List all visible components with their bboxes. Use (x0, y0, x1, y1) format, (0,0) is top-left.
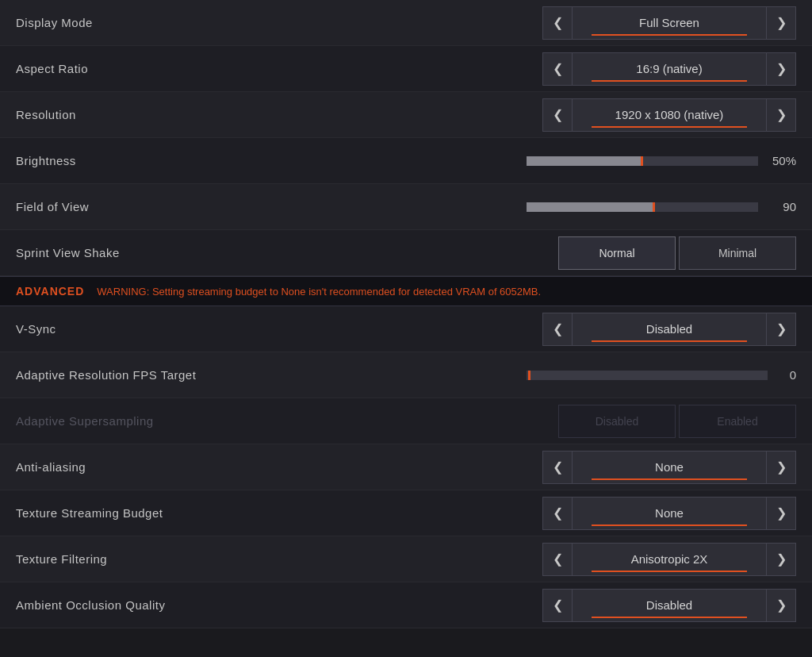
brightness-row: Brightness 50% (0, 138, 812, 184)
resolution-row: Resolution ❮ 1920 x 1080 (native) ❯ (0, 92, 812, 138)
vsync-row: V-Sync ❮ Disabled ❯ (0, 306, 812, 352)
ambient-occlusion-underline (592, 617, 746, 618)
anti-aliasing-next[interactable]: ❯ (766, 451, 796, 484)
brightness-fill (527, 156, 642, 166)
texture-streaming-value: None (655, 506, 684, 520)
display-mode-prev[interactable]: ❮ (542, 6, 573, 40)
display-mode-label: Display Mode (16, 16, 285, 29)
fov-row: Field of View 90 (0, 184, 812, 230)
brightness-slider: 50% (527, 154, 796, 167)
aspect-ratio-control: ❮ 16:9 (native) ❯ (285, 52, 796, 86)
fov-fill (527, 202, 654, 212)
display-mode-value-box: Full Screen (573, 6, 766, 40)
display-mode-selector: ❮ Full Screen ❯ (542, 6, 796, 40)
sprint-shake-normal[interactable]: Normal (558, 236, 676, 270)
texture-streaming-label: Texture Streaming Budget (16, 506, 285, 520)
texture-filtering-prev[interactable]: ❮ (542, 543, 573, 576)
sprint-shake-row: Sprint View Shake Normal Minimal (0, 230, 812, 276)
anti-aliasing-selector: ❮ None ❯ (542, 451, 796, 484)
texture-streaming-value-box: None (573, 497, 766, 530)
anti-aliasing-value-box: None (573, 451, 766, 484)
adaptive-supersampling-label: Adaptive Supersampling (16, 414, 285, 428)
anti-aliasing-row: Anti-aliasing ❮ None ❯ (0, 444, 812, 490)
texture-streaming-row: Texture Streaming Budget ❮ None ❯ (0, 490, 812, 536)
anti-aliasing-control: ❮ None ❯ (285, 451, 796, 484)
advanced-label: ADVANCED (16, 285, 84, 298)
adaptive-supersampling-control: Disabled Enabled (285, 405, 796, 438)
anti-aliasing-label: Anti-aliasing (16, 460, 285, 474)
anti-aliasing-prev[interactable]: ❮ (542, 451, 573, 484)
display-mode-next[interactable]: ❯ (766, 6, 796, 40)
fov-value: 90 (768, 200, 796, 213)
texture-filtering-label: Texture Filtering (16, 552, 285, 566)
ambient-occlusion-label: Ambient Occlusion Quality (16, 598, 285, 612)
texture-filtering-underline (592, 571, 746, 572)
resolution-value-box: 1920 x 1080 (native) (573, 98, 766, 132)
texture-streaming-control: ❮ None ❯ (285, 497, 796, 530)
resolution-value: 1920 x 1080 (native) (615, 108, 724, 121)
resolution-prev[interactable]: ❮ (542, 98, 573, 132)
display-mode-value: Full Screen (639, 16, 699, 29)
sprint-shake-toggle: Normal Minimal (558, 236, 796, 270)
vsync-value: Disabled (646, 322, 692, 336)
texture-filtering-value-box: Anisotropic 2X (573, 543, 766, 576)
adaptive-fps-row: Adaptive Resolution FPS Target 0 (0, 352, 812, 398)
vsync-next[interactable]: ❯ (766, 313, 796, 346)
adaptive-supersampling-row: Adaptive Supersampling Disabled Enabled (0, 398, 812, 444)
resolution-label: Resolution (16, 108, 285, 121)
texture-streaming-underline (592, 524, 746, 526)
display-mode-control: ❮ Full Screen ❯ (285, 6, 796, 40)
adaptive-fps-slider: 0 (527, 368, 796, 382)
adaptive-fps-track[interactable] (527, 371, 768, 380)
vsync-underline (592, 340, 746, 342)
advanced-header: ADVANCED WARNING: Setting streaming budg… (0, 276, 812, 306)
resolution-next[interactable]: ❯ (766, 98, 796, 132)
ambient-occlusion-selector: ❮ Disabled ❯ (542, 589, 796, 622)
display-mode-row: Display Mode ❮ Full Screen ❯ (0, 0, 812, 46)
aspect-ratio-value-box: 16:9 (native) (573, 52, 766, 86)
display-mode-underline (592, 34, 746, 36)
ambient-occlusion-value-box: Disabled (573, 589, 766, 622)
sprint-shake-minimal[interactable]: Minimal (679, 236, 796, 270)
aspect-ratio-prev[interactable]: ❮ (542, 52, 573, 86)
adaptive-fps-label: Adaptive Resolution FPS Target (16, 368, 285, 382)
texture-filtering-control: ❮ Anisotropic 2X ❯ (285, 543, 796, 576)
anti-aliasing-value: None (655, 460, 684, 474)
brightness-value: 50% (768, 154, 796, 167)
adaptive-fps-value: 0 (777, 368, 796, 382)
aspect-ratio-row: Aspect Ratio ❮ 16:9 (native) ❯ (0, 46, 812, 92)
ambient-occlusion-next[interactable]: ❯ (766, 589, 796, 622)
texture-filtering-selector: ❮ Anisotropic 2X ❯ (542, 543, 796, 576)
adaptive-fps-handle (528, 371, 530, 380)
brightness-track[interactable] (527, 156, 758, 166)
aspect-ratio-value: 16:9 (native) (636, 62, 702, 75)
fov-control: 90 (285, 200, 796, 213)
fov-slider: 90 (527, 200, 796, 213)
vsync-prev[interactable]: ❮ (542, 313, 573, 346)
adaptive-supersampling-disabled: Disabled (558, 405, 676, 438)
resolution-underline (592, 126, 746, 128)
aspect-ratio-next[interactable]: ❯ (766, 52, 796, 86)
vsync-label: V-Sync (16, 322, 285, 336)
adaptive-supersampling-toggle: Disabled Enabled (558, 405, 796, 438)
resolution-selector: ❮ 1920 x 1080 (native) ❯ (542, 98, 796, 132)
fov-track[interactable] (527, 202, 758, 212)
ambient-occlusion-prev[interactable]: ❮ (542, 589, 573, 622)
settings-panel: Display Mode ❮ Full Screen ❯ Aspect Rati… (0, 0, 812, 628)
resolution-control: ❮ 1920 x 1080 (native) ❯ (285, 98, 796, 132)
texture-filtering-value: Anisotropic 2X (631, 552, 708, 566)
texture-streaming-selector: ❮ None ❯ (542, 497, 796, 530)
sprint-shake-control: Normal Minimal (285, 236, 796, 270)
texture-streaming-next[interactable]: ❯ (766, 497, 796, 530)
aspect-ratio-label: Aspect Ratio (16, 62, 285, 75)
texture-filtering-next[interactable]: ❯ (766, 543, 796, 576)
adaptive-fps-control: 0 (285, 368, 796, 382)
vsync-control: ❮ Disabled ❯ (285, 313, 796, 346)
ambient-occlusion-value: Disabled (646, 598, 692, 612)
advanced-warning: WARNING: Setting streaming budget to Non… (97, 286, 541, 298)
aspect-ratio-underline (592, 80, 746, 82)
anti-aliasing-underline (592, 478, 746, 480)
vsync-selector: ❮ Disabled ❯ (542, 313, 796, 346)
texture-streaming-prev[interactable]: ❮ (542, 497, 573, 530)
ambient-occlusion-row: Ambient Occlusion Quality ❮ Disabled ❯ (0, 582, 812, 628)
